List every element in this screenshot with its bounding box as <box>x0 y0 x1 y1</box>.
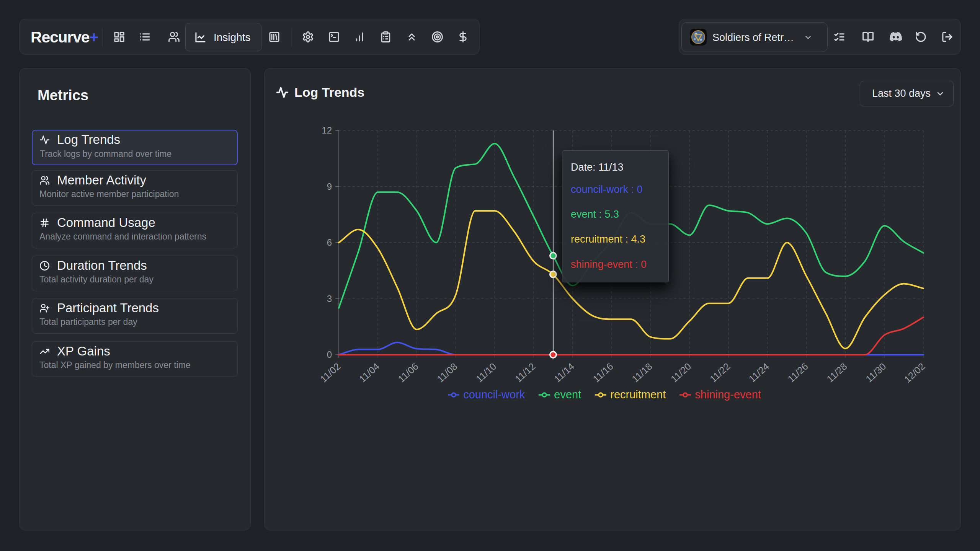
svg-text:11/24: 11/24 <box>746 361 771 384</box>
svg-text:0: 0 <box>327 349 332 360</box>
svg-text:3: 3 <box>327 293 332 304</box>
svg-text:11/30: 11/30 <box>864 361 888 384</box>
svg-text:6: 6 <box>327 237 332 248</box>
svg-text:11/02: 11/02 <box>318 361 342 384</box>
svg-text:11/22: 11/22 <box>707 361 732 384</box>
svg-text:11/28: 11/28 <box>825 361 849 384</box>
svg-text:11/04: 11/04 <box>357 361 381 384</box>
svg-text:11/14: 11/14 <box>552 361 576 384</box>
svg-text:11/18: 11/18 <box>630 361 654 384</box>
svg-text:11/08: 11/08 <box>435 361 459 384</box>
svg-text:11/12: 11/12 <box>513 361 537 384</box>
svg-text:11/06: 11/06 <box>396 361 420 384</box>
svg-text:11/16: 11/16 <box>591 361 615 384</box>
svg-text:11/10: 11/10 <box>474 361 498 384</box>
svg-text:11/26: 11/26 <box>786 361 810 384</box>
svg-text:12: 12 <box>322 125 332 135</box>
svg-text:9: 9 <box>327 181 332 192</box>
svg-text:11/20: 11/20 <box>669 361 693 384</box>
svg-text:12/02: 12/02 <box>902 361 927 385</box>
